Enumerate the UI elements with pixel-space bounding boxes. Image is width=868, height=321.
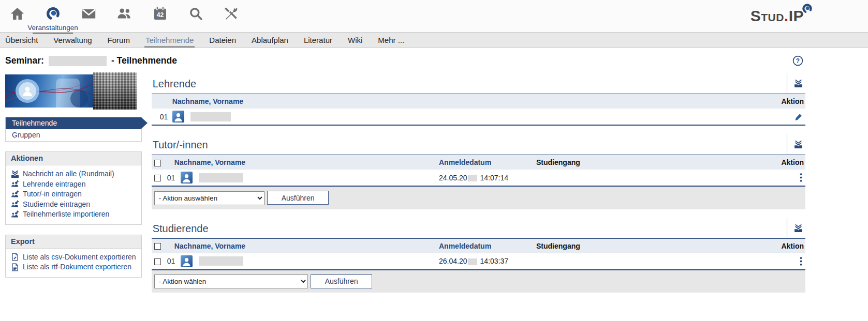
file-edit-icon — [11, 253, 19, 261]
col-header-anmeldedatum[interactable]: Anmeldedatum — [439, 155, 536, 170]
export-rtf[interactable]: Liste als rtf-Dokument exportieren — [11, 262, 136, 272]
tab-teilnehmende[interactable]: Teilnehmende — [145, 33, 194, 48]
mail-to-all-button[interactable] — [787, 73, 805, 94]
col-header-action: Aktion — [764, 155, 805, 170]
export-widget-title: Export — [6, 235, 141, 249]
col-header-name[interactable]: Nachname, Vorname — [152, 94, 764, 109]
export-widget: Export Liste als csv-Dokument exportiere… — [5, 235, 142, 278]
studiengang-cell — [536, 253, 764, 270]
col-header-action: Aktion — [764, 94, 805, 109]
row-index: 01 — [167, 253, 181, 270]
course-banner-image — [5, 74, 142, 108]
section-studierende: Studierende Nachname, Vorname Anmeldedat… — [152, 218, 805, 293]
row-checkbox[interactable] — [154, 258, 161, 265]
action-lehrende-eintragen[interactable]: Lehrende eintragen — [11, 179, 136, 190]
bulk-action-select[interactable]: - Aktion wählen — [154, 274, 308, 288]
redacted-name — [190, 112, 231, 121]
page-title-suffix: - Teilnehmende — [111, 55, 177, 66]
banner-lecture-photo — [93, 72, 137, 110]
tab-wiki[interactable]: Wiki — [348, 33, 362, 48]
mail-to-all-button[interactable] — [787, 134, 805, 155]
signup-time: 14:07:14 — [480, 174, 509, 182]
tab-literatur[interactable]: Literatur — [304, 33, 332, 48]
studierende-table: Nachname, Vorname Anmeldedatum Studienga… — [152, 239, 805, 293]
page-title: Seminar: - Teilnehmende ? — [0, 48, 868, 71]
redacted-name — [199, 256, 243, 266]
sidebar-menu: Teilnehmende Gruppen — [5, 117, 142, 142]
row-checkbox[interactable] — [154, 175, 161, 181]
tab-verwaltung[interactable]: Verwaltung — [53, 33, 92, 48]
edit-icon[interactable] — [795, 113, 802, 121]
tab-mehr[interactable]: Mehr ... — [378, 33, 404, 48]
logo-ring-icon — [802, 3, 813, 14]
home-icon[interactable] — [9, 6, 25, 22]
kebab-menu-icon[interactable] — [800, 173, 802, 182]
messages-icon[interactable] — [81, 6, 96, 22]
tab-uebersicht[interactable]: Übersicht — [5, 33, 38, 48]
actions-widget-title: Aktionen — [6, 152, 141, 165]
avatar[interactable] — [181, 255, 193, 267]
signup-date: 24.05.20 — [439, 174, 467, 182]
select-all-checkbox[interactable] — [154, 160, 161, 166]
redacted-year — [468, 175, 477, 181]
signup-date: 26.04.20 — [439, 257, 467, 265]
avatar[interactable] — [172, 111, 184, 123]
search-icon[interactable] — [188, 6, 203, 22]
action-teilnehmerliste-importieren[interactable]: Teilnehmerliste importieren — [11, 209, 136, 220]
tab-dateien[interactable]: Dateien — [209, 33, 236, 48]
main-content: Lehrende Nachname, Vorname Aktion — [152, 71, 805, 293]
tab-forum[interactable]: Forum — [108, 33, 130, 48]
events-ring-icon — [46, 6, 61, 21]
redacted-year — [468, 258, 477, 265]
signup-time: 14:03:37 — [480, 257, 509, 265]
select-all-checkbox[interactable] — [154, 243, 161, 250]
action-rundmail[interactable]: Nachricht an alle (Rundmail) — [11, 169, 136, 179]
bulk-action-bar: - Aktion auswählen Ausführen — [152, 186, 805, 209]
tools-icon[interactable] — [224, 6, 239, 22]
lehrende-table: Nachname, Vorname Aktion 01 — [152, 94, 805, 126]
studip-logo: Stud.IP — [751, 7, 804, 25]
export-csv[interactable]: Liste als csv-Dokument exportieren — [11, 252, 136, 263]
courses-icon[interactable]: Veranstaltungen — [45, 6, 61, 22]
execute-button[interactable]: Ausführen — [311, 274, 373, 288]
tab-ablaufplan[interactable]: Ablaufplan — [252, 33, 288, 48]
sidebar-item-gruppen[interactable]: Gruppen — [6, 129, 141, 141]
col-header-anmeldedatum[interactable]: Anmeldedatum — [439, 239, 536, 253]
actions-widget: Aktionen Nachricht an alle (Rundmail) — [5, 151, 142, 225]
tutoren-table: Nachname, Vorname Anmeldedatum Studienga… — [152, 155, 805, 209]
active-topbar-label[interactable]: Veranstaltungen — [27, 24, 78, 32]
banner-avatar-icon — [16, 79, 39, 103]
sidebar-item-teilnehmende[interactable]: Teilnehmende — [6, 117, 141, 129]
schedule-icon[interactable]: 42 — [152, 6, 168, 22]
mail-all-icon — [794, 140, 803, 149]
section-title-tutoren: Tutor/-innen — [152, 134, 787, 155]
section-lehrende: Lehrende Nachname, Vorname Aktion — [152, 73, 805, 126]
col-header-name[interactable]: Nachname, Vorname — [167, 155, 439, 170]
bulk-action-select[interactable]: - Aktion auswählen — [154, 191, 264, 205]
file-text-icon — [11, 263, 19, 271]
page-title-prefix: Seminar: — [5, 55, 44, 66]
action-tutor-eintragen[interactable]: Tutor/-in eintragen — [11, 189, 136, 200]
banner-abstract-art — [5, 74, 93, 108]
col-header-studiengang: Studiengang — [536, 239, 764, 253]
help-icon[interactable]: ? — [792, 55, 803, 66]
svg-text:?: ? — [796, 57, 800, 65]
redacted-name — [199, 173, 243, 182]
person-add-icon — [11, 180, 19, 188]
studiengang-cell — [536, 170, 764, 186]
kebab-menu-icon[interactable] — [800, 257, 802, 266]
action-studierende-eintragen[interactable]: Studiernde eintragen — [11, 200, 136, 210]
mail-all-icon — [794, 224, 803, 233]
col-header-name[interactable]: Nachname, Vorname — [167, 239, 439, 253]
community-icon[interactable] — [116, 6, 132, 22]
table-row: 01 26.04.2014:03:37 — [152, 253, 805, 270]
mail-all-icon — [794, 79, 803, 88]
mail-to-all-button[interactable] — [787, 218, 805, 238]
avatar[interactable] — [181, 172, 193, 184]
redacted-course-name — [49, 56, 107, 66]
col-header-action: Aktion — [764, 239, 805, 253]
person-add-icon — [11, 200, 19, 208]
row-index: 01 — [152, 109, 172, 125]
row-index: 01 — [167, 170, 181, 186]
execute-button[interactable]: Ausführen — [267, 191, 329, 205]
